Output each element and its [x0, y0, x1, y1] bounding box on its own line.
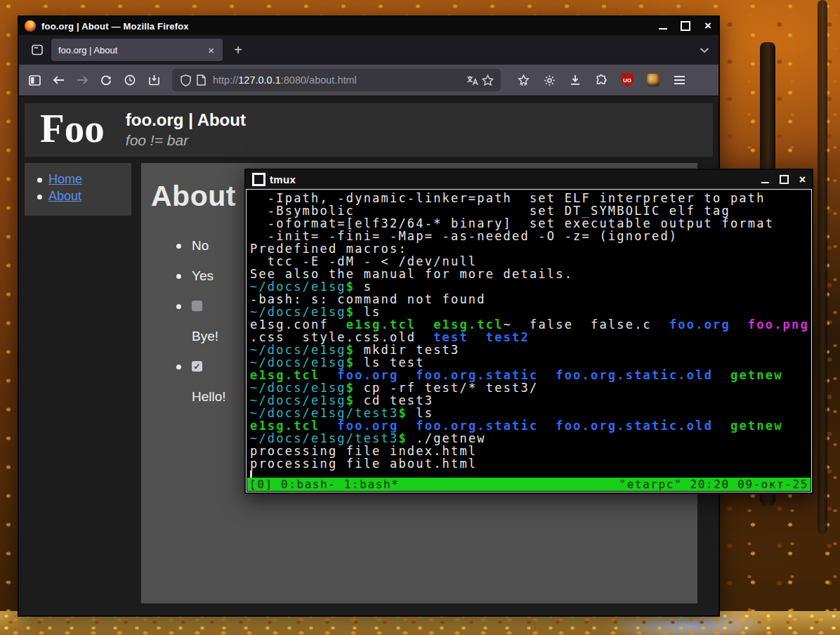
- terminal-title: tmux: [270, 174, 296, 185]
- downloads-icon[interactable]: [564, 70, 586, 91]
- terminal-line: ~/docs/e1sg$ cp -rf test/* test3/: [250, 381, 811, 394]
- tab-foo-org-about[interactable]: foo.org | About ×: [51, 39, 223, 61]
- list-text: Hello!: [192, 389, 226, 405]
- tmux-windows-list[interactable]: [0] 0:bash- 1:bash*: [249, 478, 399, 491]
- tracking-shield-icon[interactable]: [178, 72, 193, 88]
- url-host: 127.0.0.1: [238, 74, 280, 86]
- site-nav: HomeAbout: [25, 163, 131, 216]
- terminal-line: ~/docs/e1sg/test3$ ./getnew: [250, 432, 811, 445]
- window-title: foo.org | About — Mozilla Firefox: [41, 21, 189, 32]
- back-icon[interactable]: [47, 70, 70, 91]
- ublock-origin-icon[interactable]: UO: [616, 70, 638, 91]
- terminal-maximize-icon[interactable]: [780, 175, 789, 184]
- firefox-logo-icon: [25, 20, 36, 32]
- firefox-view-icon[interactable]: [27, 40, 47, 60]
- nav-link-home[interactable]: Home: [48, 172, 82, 186]
- checkbox-unchecked[interactable]: [192, 301, 202, 311]
- tab-label: foo.org | About: [58, 45, 206, 55]
- terminal-line: -Ipath, -dynamic-linker=path set ELF int…: [250, 192, 811, 204]
- sidebar-toggle-icon[interactable]: [23, 70, 46, 91]
- terminal-minimize-icon[interactable]: [761, 176, 769, 183]
- menu-hamburger-icon[interactable]: [668, 70, 690, 91]
- new-tab-button[interactable]: +: [228, 40, 248, 60]
- recommended-star-icon[interactable]: [512, 70, 534, 91]
- site-logo: Foo: [40, 108, 105, 148]
- terminal-line: e1sg.tcl foo.org foo.org.static foo.org.…: [250, 369, 811, 381]
- browser-titlebar[interactable]: foo.org | About — Mozilla Firefox ×: [19, 17, 718, 35]
- site-header: Foo foo.org | About foo != bar: [25, 103, 713, 157]
- forward-icon[interactable]: [71, 70, 93, 91]
- terminal-line: .css style.css.old test test2: [250, 331, 811, 343]
- terminal-line: Predefined macros:: [250, 242, 811, 255]
- minimize-icon[interactable]: [659, 22, 667, 30]
- site-title: foo.org | About: [126, 110, 246, 131]
- terminal-line: ~/docs/e1sg$ ls test: [250, 356, 811, 369]
- terminal-line: -Bsymbolic set DT_SYMBOLIC elf tag: [250, 204, 811, 217]
- tmux-window: tmux × -Ipath, -dynamic-linker=path set …: [244, 169, 813, 494]
- extensions-puzzle-icon[interactable]: [590, 70, 612, 91]
- site-info-page-icon[interactable]: [193, 72, 209, 88]
- terminal-body[interactable]: -Ipath, -dynamic-linker=path set ELF int…: [246, 189, 812, 492]
- terminal-line: processing file about.html: [250, 457, 811, 470]
- tab-close-icon[interactable]: ×: [206, 44, 216, 56]
- terminal-titlebar[interactable]: tmux ×: [246, 170, 812, 189]
- terminal-line: ~/docs/e1sg$ ls: [250, 306, 811, 318]
- ublock-shield-badge: UO: [621, 73, 634, 87]
- bullet-icon: [176, 274, 181, 279]
- tree-trunk: [818, 0, 827, 534]
- url-path: :8080/about.html: [281, 74, 357, 86]
- site-tagline: foo != bar: [126, 131, 246, 150]
- terminal-line: tcc -E -dM - < /dev/null: [250, 255, 811, 268]
- terminal-line: See also the manual for more details.: [250, 268, 811, 280]
- terminal-line: processing file index.html: [250, 445, 811, 457]
- list-text: No: [192, 238, 209, 254]
- list-text: Yes: [192, 268, 214, 284]
- terminal-line: -bash: s: command not found: [250, 293, 811, 306]
- nav-link-about[interactable]: About: [48, 189, 81, 203]
- terminal-app-icon: [252, 173, 265, 186]
- tab-strip: foo.org | About × +: [19, 35, 718, 65]
- bullet-icon: [176, 365, 181, 369]
- import-page-icon[interactable]: [143, 70, 165, 91]
- terminal-line: e1sg.tcl foo.org foo.org.static foo.org.…: [250, 419, 811, 432]
- close-icon[interactable]: ×: [703, 21, 713, 31]
- bullet-icon: [176, 244, 181, 249]
- maximize-icon[interactable]: [681, 21, 690, 31]
- terminal-line: ~/docs/e1sg$ cd test3: [250, 394, 811, 407]
- tmux-status-bar[interactable]: [0] 0:bash- 1:bash* "etarpc" 20:20 09-ок…: [247, 478, 811, 491]
- navigation-toolbar: http://127.0.0.1:8080/about.html: [19, 65, 718, 96]
- reload-icon[interactable]: [95, 70, 117, 91]
- terminal-close-icon[interactable]: ×: [799, 175, 806, 185]
- terminal-line: ~/docs/e1sg$ mkdir test3: [250, 343, 811, 356]
- settings-gear-icon[interactable]: [538, 70, 560, 91]
- url-text[interactable]: http://127.0.0.1:8080/about.html: [213, 74, 464, 86]
- list-all-tabs-chevron-icon[interactable]: [695, 47, 714, 53]
- desktop: foo.org | About — Mozilla Firefox × foo.…: [0, 0, 840, 635]
- tmux-host-clock: "etarpc" 20:20 09-окт-25: [619, 478, 808, 491]
- bullet-icon: [176, 304, 181, 309]
- terminal-line: e1sg.conf e1sg.tcl e1sg.tcl~ false false…: [250, 318, 811, 331]
- checkbox-checked[interactable]: ✓: [192, 361, 202, 372]
- bookmark-star-icon[interactable]: [480, 72, 495, 88]
- terminal-line: ~/docs/e1sg$ s: [250, 280, 811, 293]
- terminal-line: -init= -fini= -Map= -as-needed -O -z= (i…: [250, 230, 811, 242]
- url-scheme: http://: [213, 74, 238, 86]
- nav-item: Home: [48, 172, 131, 187]
- toolbar-right-icons: UO: [512, 70, 690, 91]
- nav-item: About: [48, 189, 131, 204]
- url-bar[interactable]: http://127.0.0.1:8080/about.html: [172, 69, 501, 91]
- translate-icon[interactable]: [464, 72, 480, 88]
- terminal-output: -Ipath, -dynamic-linker=path set ELF int…: [250, 192, 811, 470]
- terminal-line: -oformat=[elf32/64-* binary] set executa…: [250, 217, 811, 230]
- history-clock-icon[interactable]: [119, 70, 141, 91]
- terminal-line: ~/docs/e1sg/test3$ ls: [250, 407, 811, 419]
- list-text: Bye!: [192, 329, 218, 344]
- extension-icon[interactable]: [642, 70, 664, 91]
